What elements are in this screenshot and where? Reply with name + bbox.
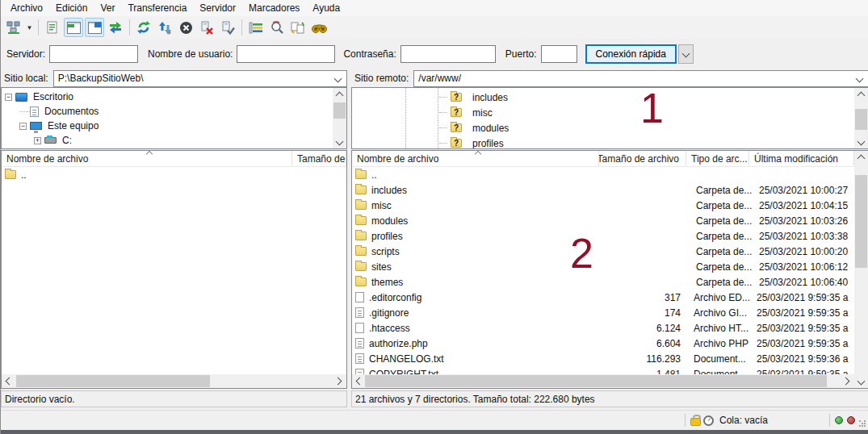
local-tree-scrollbar[interactable] xyxy=(333,88,346,148)
local-tree-item[interactable]: +C: xyxy=(2,133,346,148)
menu-archivo[interactable]: Archivo xyxy=(4,1,49,15)
computer-icon xyxy=(30,122,42,130)
scroll-down-icon[interactable] xyxy=(854,376,868,388)
scroll-left-icon[interactable] xyxy=(352,375,366,387)
local-tree-panel: −EscritorioDocumentos−Este equipo+C: xyxy=(1,87,347,149)
local-tree-item[interactable]: Documentos xyxy=(2,104,346,119)
refresh-button[interactable] xyxy=(134,18,153,37)
port-input[interactable] xyxy=(541,45,577,63)
folder-icon xyxy=(355,186,367,194)
column-header-name[interactable]: Nombre de archivo xyxy=(352,151,599,166)
file-row[interactable]: profilesCarpeta de...25/03/2021 10:03:38 xyxy=(352,228,854,244)
menu-ver[interactable]: Ver xyxy=(94,1,121,15)
cell-name: scripts xyxy=(371,246,602,257)
chevron-down-icon[interactable] xyxy=(331,73,345,86)
drive-icon xyxy=(44,137,57,144)
file-row[interactable]: includesCarpeta de...25/03/2021 10:00:27 xyxy=(352,182,854,198)
scrollbar-thumb[interactable] xyxy=(16,375,210,387)
column-header-size[interactable]: Tamaño de... xyxy=(292,151,346,166)
remote-tree-scrollbar[interactable] xyxy=(854,88,868,148)
folder-icon xyxy=(355,247,367,256)
scrollbar-thumb[interactable] xyxy=(365,375,827,387)
site-manager-dropdown[interactable]: ▼ xyxy=(24,18,35,37)
scrollbar-thumb[interactable] xyxy=(855,175,867,268)
file-row[interactable]: .. xyxy=(2,167,346,182)
scroll-up-icon[interactable] xyxy=(854,88,868,100)
file-row[interactable]: sitesCarpeta de...25/03/2021 10:06:12 xyxy=(352,259,854,274)
collapse-icon[interactable]: − xyxy=(5,94,12,101)
file-row[interactable]: modulesCarpeta de...25/03/2021 10:03:26 xyxy=(352,213,854,228)
chevron-down-icon[interactable] xyxy=(853,73,866,86)
scroll-right-icon[interactable] xyxy=(841,375,854,387)
column-header-modified[interactable]: Última modificación xyxy=(749,151,854,166)
reconnect-button[interactable] xyxy=(218,18,237,37)
remote-hscrollbar[interactable] xyxy=(352,374,854,388)
scroll-up-icon[interactable] xyxy=(333,88,346,100)
menu-transferencia[interactable]: Transferencia xyxy=(121,1,193,15)
menu-edicion[interactable]: Edición xyxy=(49,1,94,15)
scrollbar-thumb[interactable] xyxy=(333,102,346,119)
local-tree-item[interactable]: −Escritorio xyxy=(2,90,346,104)
toggle-local-tree-button[interactable] xyxy=(64,18,83,37)
file-row[interactable]: .htaccess6.124Archivo HT...25/03/2021 9:… xyxy=(352,320,854,336)
resize-grip-icon[interactable] xyxy=(859,420,866,428)
directory-comparison-button[interactable] xyxy=(267,18,287,37)
unknown-folder-icon xyxy=(451,93,462,102)
password-input[interactable] xyxy=(400,45,496,63)
filter-button[interactable] xyxy=(246,18,266,37)
menu-servidor[interactable]: Servidor xyxy=(193,1,242,15)
tree-item-label: Documentos xyxy=(42,106,101,117)
window-bottom-edge xyxy=(1,430,868,434)
column-header-name[interactable]: Nombre de archivo xyxy=(2,151,292,166)
scrollbar-thumb[interactable] xyxy=(855,109,867,130)
username-input[interactable] xyxy=(237,45,335,63)
scroll-left-icon[interactable] xyxy=(2,375,15,387)
scroll-down-icon[interactable] xyxy=(333,136,346,148)
remote-list-scrollbar[interactable] xyxy=(854,151,868,388)
scroll-right-icon[interactable] xyxy=(333,375,346,387)
cancel-button[interactable] xyxy=(176,18,195,37)
file-row[interactable]: themesCarpeta de...25/03/2021 10:06:40 xyxy=(352,274,854,290)
file-row[interactable]: .gitignore174Archivo GI...25/03/2021 9:5… xyxy=(352,305,854,320)
find-files-button[interactable] xyxy=(309,18,329,37)
toggle-remote-tree-button[interactable] xyxy=(85,18,104,37)
menu-marcadores[interactable]: Marcadores xyxy=(242,1,306,15)
cell-size: 116.293 xyxy=(600,353,687,365)
synchronized-browsing-button[interactable] xyxy=(288,18,308,37)
column-header-size[interactable]: Tamaño de archivo xyxy=(599,151,686,166)
remote-tree-item[interactable]: profiles xyxy=(352,136,868,149)
cell-type: Archivo GI... xyxy=(687,307,750,319)
remote-tree-item[interactable]: misc xyxy=(352,105,868,120)
menu-ayuda[interactable]: Ayuda xyxy=(306,1,346,15)
file-row[interactable]: miscCarpeta de...25/03/2021 10:04:15 xyxy=(352,198,854,213)
scroll-up-icon[interactable] xyxy=(854,151,868,163)
statusbar-separator xyxy=(685,414,686,427)
chevron-down-icon xyxy=(679,48,693,61)
remote-file-list: Nombre de archivo Tamaño de archivo Tipo… xyxy=(351,150,868,389)
local-path-combo[interactable]: P:\BackupSitioWeb\ xyxy=(53,70,347,87)
file-row[interactable]: .editorconfig317Archivo ED...25/03/2021 … xyxy=(352,290,854,305)
remote-tree-item[interactable]: modules xyxy=(352,120,868,136)
disconnect-button[interactable] xyxy=(197,18,216,37)
toggle-comparison-button[interactable] xyxy=(106,18,125,37)
column-header-type[interactable]: Tipo de arc... xyxy=(686,151,749,166)
file-row[interactable]: CHANGELOG.txt116.293Document...25/03/202… xyxy=(352,351,854,366)
toggle-log-button[interactable] xyxy=(43,18,62,37)
remote-tree-item[interactable]: includes xyxy=(352,90,868,105)
scroll-down-icon[interactable] xyxy=(854,136,868,148)
local-hscrollbar[interactable] xyxy=(2,374,346,388)
speed-gauge-icon[interactable] xyxy=(703,415,714,426)
port-label: Puerto: xyxy=(505,48,537,60)
process-queue-button[interactable] xyxy=(155,18,174,37)
cell-type: Document... xyxy=(687,353,750,365)
collapse-icon[interactable]: − xyxy=(19,123,27,130)
quickconnect-button[interactable]: Conexión rápida xyxy=(585,44,677,64)
file-row[interactable]: .. xyxy=(352,167,854,182)
quickconnect-dropdown[interactable] xyxy=(678,44,694,64)
local-tree-item[interactable]: −Este equipo xyxy=(2,119,346,133)
expand-icon[interactable]: + xyxy=(34,137,41,144)
file-row[interactable]: authorize.php6.604Archivo PHP25/03/2021 … xyxy=(352,336,854,351)
file-row[interactable]: scriptsCarpeta de...25/03/2021 10:00:20 xyxy=(352,244,854,259)
server-input[interactable] xyxy=(49,45,138,63)
site-manager-button[interactable] xyxy=(4,18,23,37)
